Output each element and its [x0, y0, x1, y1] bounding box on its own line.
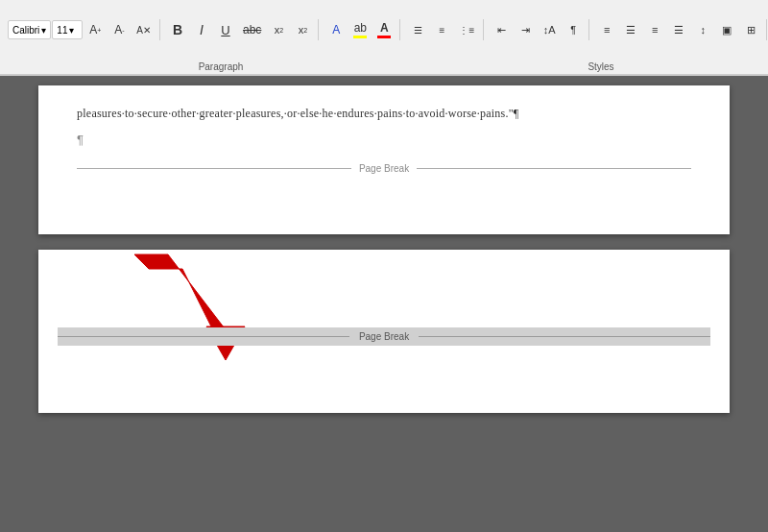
strikethrough-button[interactable]: abc	[238, 19, 266, 40]
increase-indent-button[interactable]: ⇥	[514, 19, 537, 40]
align-center-button[interactable]: ☰	[619, 19, 642, 40]
font-size-dropdown-icon[interactable]: ▾	[69, 25, 74, 36]
shading-button[interactable]: ▣	[715, 19, 738, 40]
page-break-label-1: Page Break	[351, 163, 417, 174]
ribbon-labels: Paragraph Styles	[0, 60, 768, 75]
numbered-list-button[interactable]: ≡	[430, 19, 453, 40]
toolbar-top-row: Calibri ▾ 11 ▾ A+ A- A✕ B I U abc x2 x2 …	[0, 0, 768, 60]
show-formatting-button[interactable]: ¶	[562, 19, 585, 40]
page-1: pleasures·to·secure·other·greater·pleasu…	[38, 85, 730, 234]
align-right-button[interactable]: ≡	[643, 19, 666, 40]
highlight-button[interactable]: ab	[348, 19, 372, 40]
font-name-dropdown-icon[interactable]: ▾	[41, 25, 46, 36]
justify-button[interactable]: ☰	[667, 19, 690, 40]
sort-button[interactable]: ↕A	[538, 19, 561, 40]
paragraph-label: Paragraph	[4, 60, 438, 73]
italic-button[interactable]: I	[190, 19, 213, 40]
font-name-label: Calibri	[12, 25, 39, 36]
font-color-button[interactable]: A	[372, 19, 396, 40]
font-name-selector[interactable]: Calibri ▾	[8, 20, 51, 39]
line-spacing-button[interactable]: ↕	[691, 19, 714, 40]
page-break-highlighted: Page Break	[58, 327, 710, 346]
superscript-button[interactable]: x2	[291, 19, 314, 40]
arrow-container	[115, 250, 259, 375]
shrink-font-button[interactable]: A-	[108, 19, 131, 40]
list-group: ☰ ≡ ⋮≡	[402, 19, 484, 40]
text-effects-button[interactable]: A	[324, 19, 348, 40]
toolbar: Calibri ▾ 11 ▾ A+ A- A✕ B I U abc x2 x2 …	[0, 0, 768, 76]
svg-marker-0	[134, 254, 230, 336]
decrease-indent-button[interactable]: ⇤	[490, 19, 513, 40]
grow-font-button[interactable]: A+	[84, 19, 107, 40]
font-size-selector[interactable]: 11 ▾	[52, 20, 83, 39]
font-group: Calibri ▾ 11 ▾ A+ A- A✕	[4, 19, 160, 40]
page-2: Page Break	[38, 250, 730, 413]
red-arrow-svg	[115, 250, 259, 375]
page-2-content: Page Break	[38, 250, 730, 384]
borders-button[interactable]: ⊞	[739, 19, 762, 40]
page-gap	[0, 234, 768, 250]
bullets-button[interactable]: ☰	[406, 19, 429, 40]
text-effects-group: A ab A	[321, 19, 400, 40]
subscript-button[interactable]: x2	[267, 19, 290, 40]
multilevel-list-button[interactable]: ⋮≡	[454, 19, 479, 40]
page-1-content: pleasures·to·secure·other·greater·pleasu…	[38, 85, 730, 234]
underline-button[interactable]: U	[214, 19, 237, 40]
clear-formatting-button[interactable]: A✕	[132, 19, 156, 40]
page-break-label-2: Page Break	[349, 331, 419, 342]
styles-label: Styles	[438, 60, 764, 73]
page-text: pleasures·to·secure·other·greater·pleasu…	[77, 105, 691, 123]
indent-group: ⇤ ⇥ ↕A ¶	[486, 19, 589, 40]
page-break-line-1: Page Break	[77, 163, 691, 174]
bold-button[interactable]: B	[166, 19, 189, 40]
document-area: pleasures·to·secure·other·greater·pleasu…	[0, 76, 768, 532]
align-left-button[interactable]: ≡	[595, 19, 618, 40]
font-size-label: 11	[57, 25, 67, 36]
align-group: ≡ ☰ ≡ ☰ ↕ ▣ ⊞	[591, 19, 767, 40]
basic-format-group: B I U abc x2 x2	[162, 19, 319, 40]
pilcrow-mark: ¶	[77, 133, 84, 147]
